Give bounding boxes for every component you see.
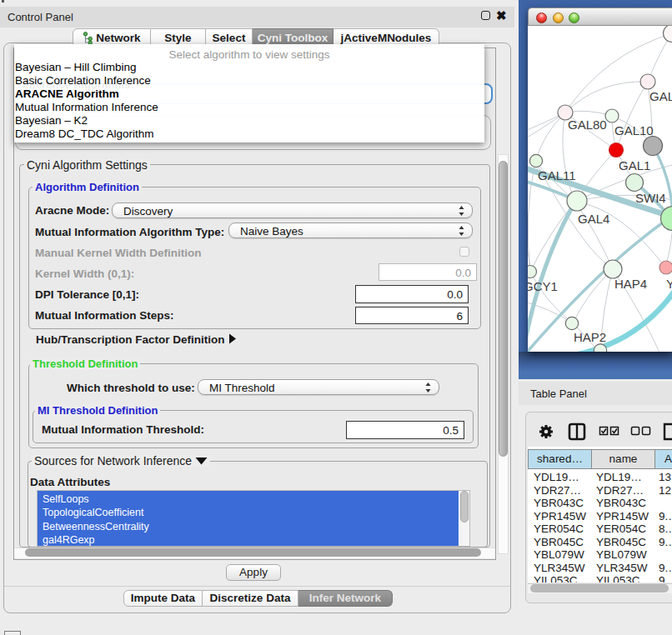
svg-text:GAL7: GAL7 — [649, 89, 672, 103]
svg-text:HAP4: HAP4 — [614, 277, 647, 291]
svg-text:Y: Y — [666, 277, 672, 291]
svg-text:GAL1: GAL1 — [619, 158, 650, 172]
svg-text:GAL11: GAL11 — [538, 168, 576, 182]
svg-text:GAL80: GAL80 — [568, 118, 607, 132]
svg-text:HAP2: HAP2 — [574, 330, 606, 344]
svg-text:SWI4: SWI4 — [635, 191, 666, 205]
svg-text:GAL4: GAL4 — [578, 212, 609, 226]
svg-text:GAL10: GAL10 — [614, 123, 654, 138]
svg-text:GCY1: GCY1 — [528, 279, 558, 293]
